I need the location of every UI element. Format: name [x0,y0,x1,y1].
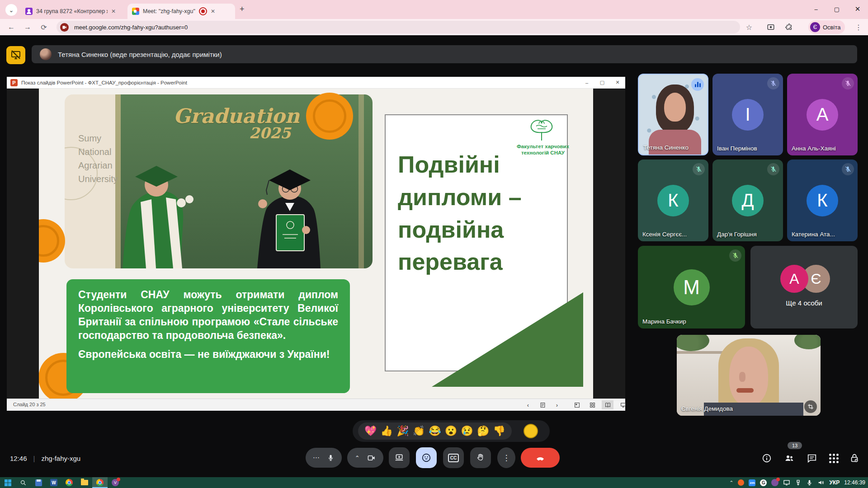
reaction-clap[interactable]: 👏 [413,426,425,436]
close-icon[interactable]: ✕ [111,8,116,14]
google-tray-icon[interactable]: G [760,479,767,486]
slide-sorter-view-icon[interactable] [586,400,598,409]
host-controls-button[interactable] [848,452,861,465]
reaction-surprised[interactable]: 😮 [445,426,457,436]
next-slide-icon[interactable]: › [551,400,563,409]
participant-tile[interactable]: Д Дар'я Горішня [712,160,783,241]
search-button[interactable] [15,477,31,488]
start-button[interactable] [0,477,15,488]
crop-icon[interactable] [804,400,817,413]
ppt-restore-button[interactable]: ▢ [594,77,610,88]
zoom-tray-icon[interactable]: zm [749,479,755,486]
present-screen-button[interactable] [389,447,410,468]
pinned-app-save[interactable] [31,477,46,488]
viber-tray-icon[interactable] [771,479,778,486]
end-call-button[interactable] [521,448,560,468]
tab-group-chat[interactable]: 34 група 8272 «Контролер хар ✕ [21,4,125,19]
reaction-thinking[interactable]: 🤔 [477,426,489,436]
file-explorer-button[interactable] [77,477,92,488]
back-icon[interactable]: ← [5,19,18,35]
reading-view-icon[interactable] [602,400,613,409]
speaker-tray-icon[interactable] [817,479,825,486]
previous-slide-icon[interactable]: ‹ [522,400,534,409]
reload-icon[interactable]: ⟳ [37,19,51,35]
mic-off-icon [767,163,779,175]
pinned-app-chrome[interactable] [61,477,77,488]
participant-tile[interactable]: А Анна Аль-Хаяні [787,74,858,155]
close-icon[interactable]: ✕ [211,8,215,14]
browser-profile-chip[interactable]: Є Освіта [808,20,845,34]
slide-title: Подвійні дипломи – подвійна перевага [398,149,547,278]
slideshow-view-icon[interactable] [617,400,629,409]
mic-tray-icon[interactable] [806,479,813,486]
tray-clock[interactable]: 12:46:39 [844,479,865,486]
reaction-cry[interactable]: 😢 [461,426,473,436]
participant-name: Дар'я Горішня [717,231,757,238]
hidden-icons-chevron[interactable]: ⌃ [729,480,733,486]
window-close-button[interactable]: ✕ [847,0,868,18]
captions-button[interactable]: CC [443,447,464,468]
extensions-puzzle-icon[interactable] [782,19,796,35]
reaction-laugh[interactable]: 😂 [429,426,441,436]
notes-icon[interactable] [537,400,548,409]
bookmark-star-icon[interactable]: ☆ [742,19,756,35]
chat-button[interactable] [806,452,818,465]
participant-tile[interactable]: М Марина Бачкир [638,246,745,328]
window-maximize-button[interactable]: ▢ [826,0,847,18]
more-options-button[interactable]: ⋮ [497,447,515,468]
browser-menu-icon[interactable]: ⋮ [852,19,865,35]
language-indicator[interactable]: УКР [829,479,840,486]
meeting-details-button[interactable] [760,452,773,465]
powerpoint-title: Показ слайдів PowerPoint - ФХТ_СНАУ_проф… [21,80,187,85]
camera-options-icon[interactable]: ⌃ [355,455,360,461]
raise-hand-button[interactable] [470,447,491,468]
participant-tile[interactable]: І Іван Пермінов [712,74,783,155]
participant-tile[interactable]: К Катерина Ата... [787,160,858,241]
slide-text-box: Студенти СНАУ можуть отримати диплом Кор… [66,279,350,393]
reaction-thumbs-up[interactable]: 👍 [381,426,393,436]
reaction-party[interactable]: 🎉 [396,426,409,436]
orange-circle-decoration [39,219,65,263]
camera-button[interactable]: ⌃ [347,448,383,468]
pinned-app-word[interactable]: W [46,477,61,488]
chrome-active-window[interactable] [92,477,108,488]
tray-app-icon[interactable] [738,479,744,486]
windows-logo-icon [5,479,11,486]
window-minimize-button[interactable]: – [806,0,826,18]
mic-options-icon[interactable]: ⋯ [313,454,320,462]
reactions-toggle-button[interactable] [416,447,437,468]
display-tray-icon[interactable] [783,479,790,486]
usb-tray-icon[interactable] [795,479,802,486]
participant-tile[interactable]: К Ксенія Сергєє... [638,160,708,241]
green-triangle-decoration [432,292,583,387]
apps-grid-icon [829,454,839,463]
show-participants-button[interactable] [783,452,796,465]
ppt-close-button[interactable]: ✕ [610,77,625,88]
viber-button[interactable]: V [108,477,123,488]
notification-badge [117,478,120,481]
participant-tile-video[interactable]: Євгенія Демидова [677,335,821,416]
reaction-thumbs-down[interactable]: 👎 [493,426,505,436]
normal-view-icon[interactable] [571,400,583,409]
mic-off-icon [693,163,705,175]
participant-tile-video[interactable]: Тетяна Синенко [638,74,708,155]
site-camera-icon[interactable] [60,23,69,32]
presentation-hidden-icon[interactable] [6,46,25,64]
forward-icon[interactable]: → [21,19,34,35]
new-tab-button[interactable]: + [240,5,245,14]
tab-meet[interactable]: Meet: "zhg-fahy-xgu" ✕ [127,4,235,19]
url-text[interactable]: meet.google.com/zhg-fahy-xgu?authuser=0 [74,24,188,31]
avatar: М [674,269,710,305]
tab-search-button[interactable]: ⌄ [5,4,17,16]
video-face [729,347,768,405]
reaction-heart[interactable]: 💖 [364,426,377,436]
slide-counter: Слайд 20 з 25 [13,402,46,407]
tab-capture-icon[interactable] [764,19,778,35]
participant-name: Тетяна Синенко [643,144,689,151]
activities-button[interactable] [827,452,840,465]
skin-tone-selector[interactable] [524,424,538,438]
overflow-participants-tile[interactable]: А Є Ще 4 особи [750,246,858,328]
address-bar[interactable]: meet.google.com/zhg-fahy-xgu?authuser=0 [57,21,740,33]
ppt-minimize-button[interactable]: – [579,77,594,88]
mic-button[interactable]: ⋯ [306,448,342,468]
